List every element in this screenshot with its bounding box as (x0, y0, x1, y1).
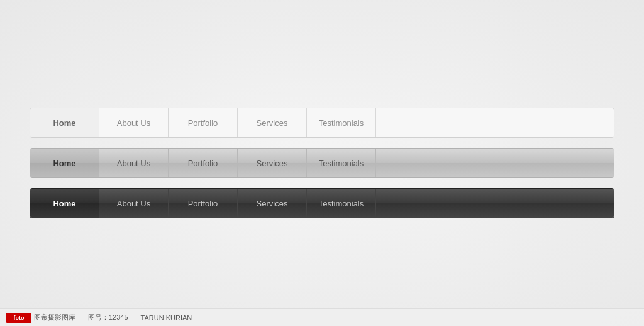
nav-silver-container: Home About Us Portfolio Services Testimo… (30, 148, 614, 178)
nav-item-services-light[interactable]: Services (238, 108, 307, 137)
watermark-bar: foto 图帝摄影图库 图号：12345 TARUN KURIAN (0, 308, 644, 326)
nav-item-portfolio-silver[interactable]: Portfolio (169, 149, 238, 177)
nav-item-portfolio-light[interactable]: Portfolio (169, 108, 238, 137)
nav-item-home-dark[interactable]: Home (30, 189, 99, 218)
watermark-id: 图号：12345 (88, 313, 128, 322)
nav-dark-container: Home About Us Portfolio Services Testimo… (30, 188, 614, 218)
nav-spacer-dark (376, 189, 614, 218)
watermark-author: TARUN KURIAN (141, 314, 192, 322)
nav-item-testimonials-silver[interactable]: Testimonials (307, 149, 376, 177)
nav-item-testimonials-dark[interactable]: Testimonials (307, 189, 376, 218)
watermark-site: 图帝摄影图库 (34, 313, 75, 322)
nav-item-services-silver[interactable]: Services (238, 149, 307, 177)
watermark-logo: foto 图帝摄影图库 (6, 313, 75, 323)
nav-item-aboutus-dark[interactable]: About Us (99, 189, 169, 218)
nav-item-services-dark[interactable]: Services (238, 189, 307, 218)
nav-item-home-light[interactable]: Home (30, 108, 99, 137)
nav-light-container: Home About Us Portfolio Services Testimo… (30, 108, 614, 138)
nav-item-aboutus-silver[interactable]: About Us (99, 149, 169, 177)
nav-spacer-silver (376, 149, 614, 177)
nav-item-testimonials-light[interactable]: Testimonials (307, 108, 376, 137)
nav-spacer-light (376, 108, 614, 137)
nav-item-portfolio-dark[interactable]: Portfolio (169, 189, 238, 218)
nav-item-aboutus-light[interactable]: About Us (99, 108, 169, 137)
nav-item-home-silver[interactable]: Home (30, 149, 99, 177)
